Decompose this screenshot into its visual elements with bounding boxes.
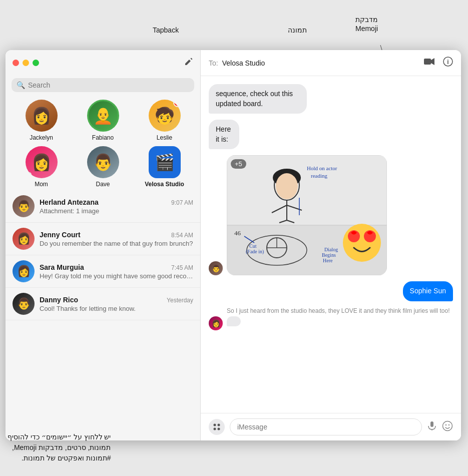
svg-rect-40: [430, 421, 433, 427]
apps-button[interactable]: [209, 419, 225, 435]
svg-text:(Fade in): (Fade in): [246, 249, 264, 255]
search-input[interactable]: [28, 81, 189, 89]
chat-input-area: [201, 413, 461, 440]
conversations-panel: 🔍 👩 Jackelyn 🧑‍🦲 Fabiano 🧒 ❤️: [6, 50, 201, 440]
online-indicator: [27, 172, 32, 177]
contact-name-fabiano: Fabiano: [92, 134, 114, 141]
image-message: Hold on actor reading: [227, 155, 387, 275]
info-button[interactable]: i: [443, 57, 453, 69]
image-count-badge: +5: [231, 159, 246, 169]
pinned-contact-dave[interactable]: 👨 Dave: [78, 146, 128, 188]
annotation-line1: יש ללחוץ על ״יישומים״ כדי להוסיף: [8, 432, 111, 442]
to-label: To:: [209, 59, 218, 67]
storyboard-image: Hold on actor reading: [227, 155, 387, 275]
svg-rect-4: [424, 59, 431, 65]
audio-button[interactable]: [427, 421, 437, 433]
message-bubble-hereit: Here it is:: [209, 120, 239, 149]
pinned-contact-velosa[interactable]: 🎬 Velosa Studio: [140, 146, 190, 188]
svg-text:46: 46: [234, 229, 241, 237]
chat-contact-name: Velosa Studio: [222, 59, 265, 67]
pinned-contacts-row1: 👩 Jackelyn 🧑‍🦲 Fabiano 🧒 ❤️ Leslie: [6, 97, 200, 146]
conversation-list: 👨 Herland Antezana 9:07 AM Attachment: 1…: [6, 190, 200, 440]
video-call-button[interactable]: [424, 58, 435, 68]
svg-text:Here: Here: [323, 258, 333, 263]
titlebar: [6, 50, 200, 75]
conv-time-danny: Yesterday: [167, 297, 193, 304]
annotation-line2: תמונות, סרטים, מדבקות Memoji,: [8, 442, 111, 453]
conv-info-jenny: Jenny Court 8:54 AM Do you remember the …: [40, 231, 193, 247]
message-input[interactable]: [230, 418, 422, 435]
avatar-sophie: 👩: [209, 316, 223, 330]
traffic-lights: [13, 60, 39, 66]
svg-point-43: [445, 424, 446, 425]
conv-info-sara: Sara Murguia 7:45 AM Hey! Gray told me y…: [40, 263, 193, 280]
conv-name-danny: Danny Rico: [40, 296, 78, 304]
conv-time-jenny: 8:54 AM: [171, 232, 193, 239]
fullscreen-button[interactable]: [33, 60, 39, 66]
annotation-line3: #תמונות ואפקטים של תמונות.: [8, 453, 111, 463]
compose-button[interactable]: [184, 57, 193, 69]
tapback-annotation: Tapback: [153, 26, 179, 34]
conv-time-sara: 7:45 AM: [171, 264, 193, 271]
message-sequence: sequence, check out this updated board.: [209, 84, 349, 114]
svg-point-37: [218, 424, 220, 426]
contact-name-leslie: Leslie: [157, 134, 172, 141]
conversation-sara[interactable]: 👩 Sara Murguia 7:45 AM Hey! Gray told me…: [6, 255, 200, 288]
chat-panel: To: Velosa Studio i: [201, 50, 461, 440]
messages-area: sequence, check out this updated board. …: [201, 76, 461, 413]
header-actions: i: [424, 57, 453, 69]
conv-preview-jenny: Do you remember the name of that guy fro…: [40, 240, 193, 247]
contact-name-mom: Mom: [35, 181, 48, 188]
message-image-wrapper: 👨: [209, 155, 453, 275]
message-outgoing: Sophie Sun: [403, 281, 453, 301]
svg-text:reading: reading: [311, 173, 327, 179]
conversation-herland[interactable]: 👨 Herland Antezana 9:07 AM Attachment: 1…: [6, 190, 200, 223]
conv-info-herland: Herland Antezana 9:07 AM Attachment: 1 i…: [40, 198, 193, 215]
svg-text:Cut: Cut: [249, 243, 257, 249]
pinned-contact-mom[interactable]: 👩 Mom: [17, 146, 67, 188]
pinned-contact-fabiano[interactable]: 🧑‍🦲 Fabiano: [78, 100, 128, 141]
pinned-contact-jackelyn[interactable]: 👩 Jackelyn: [17, 100, 67, 141]
contact-name-velosa: Velosa Studio: [145, 181, 184, 188]
message-bubble-sophie: [227, 316, 241, 326]
svg-point-36: [214, 424, 216, 426]
pinned-contact-leslie[interactable]: 🧒 ❤️ Leslie: [140, 100, 190, 141]
svg-point-42: [443, 421, 452, 430]
conv-info-danny: Danny Rico Yesterday Cool! Thanks for le…: [40, 296, 193, 312]
close-button[interactable]: [13, 60, 19, 66]
message-sophie: 👩: [209, 316, 453, 330]
image-annotation: תמונה: [288, 26, 307, 34]
conv-name-herland: Herland Antezana: [40, 198, 99, 206]
conv-name-sara: Sara Murguia: [40, 263, 84, 271]
svg-point-44: [448, 424, 449, 425]
message-hereit: Here it is:: [209, 120, 252, 149]
contact-name-dave: Dave: [96, 181, 110, 188]
memoji-annotation: מדבקת Memoji: [355, 15, 378, 33]
conv-preview-danny: Cool! Thanks for letting me know.: [40, 305, 193, 312]
search-bar[interactable]: 🔍: [12, 78, 194, 92]
chat-header: To: Velosa Studio i: [201, 50, 461, 76]
conversation-danny[interactable]: 👨 Danny Rico Yesterday Cool! Thanks for …: [6, 288, 200, 320]
minimize-button[interactable]: [23, 60, 29, 66]
conv-preview-sara: Hey! Gray told me you might have some go…: [40, 272, 193, 280]
conversation-jenny[interactable]: 👩 Jenny Court 8:54 AM Do you remember th…: [6, 223, 200, 255]
sender-name-label: So I just heard from the studio heads, t…: [227, 307, 453, 314]
message-bubble: sequence, check out this updated board.: [209, 84, 307, 114]
conv-time-herland: 9:07 AM: [171, 199, 193, 206]
conv-preview-herland: Attachment: 1 image: [40, 207, 193, 215]
svg-marker-5: [431, 58, 434, 65]
svg-point-39: [218, 428, 220, 430]
svg-text:Begins: Begins: [322, 252, 336, 258]
sender-avatar-image: 👨: [209, 261, 223, 275]
svg-text:Dialog: Dialog: [324, 247, 338, 252]
bottom-annotation: יש ללחוץ על ״יישומים״ כדי להוסיף תמונות,…: [8, 432, 111, 463]
emoji-button[interactable]: [442, 420, 453, 434]
contact-name-jackelyn: Jackelyn: [30, 134, 53, 141]
avatar-herland: 👨: [13, 195, 35, 217]
avatar-sara: 👩: [13, 260, 35, 282]
conv-name-jenny: Jenny Court: [40, 231, 81, 239]
svg-point-17: [276, 173, 298, 199]
svg-text:Hold on actor: Hold on actor: [307, 165, 337, 171]
avatar-danny: 👨: [13, 293, 35, 315]
avatar-jenny: 👩: [13, 228, 35, 250]
